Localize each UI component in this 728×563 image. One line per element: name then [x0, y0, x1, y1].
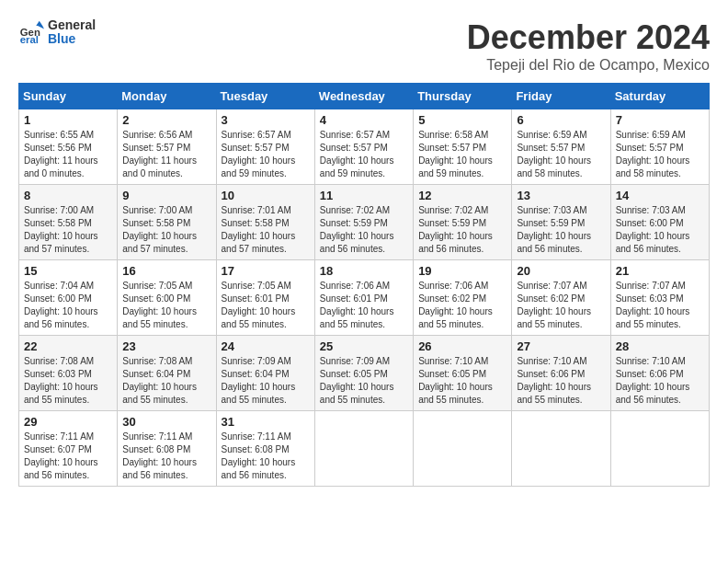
day-info: Sunrise: 6:57 AMSunset: 5:57 PMDaylight:… [222, 129, 310, 180]
day-info: Sunrise: 7:11 AMSunset: 6:08 PMDaylight:… [122, 431, 210, 482]
calendar-cell: 4Sunrise: 6:57 AMSunset: 5:57 PMDaylight… [314, 109, 413, 185]
svg-marker-2 [36, 21, 42, 26]
day-number: 12 [418, 189, 506, 202]
day-number: 1 [24, 113, 112, 127]
day-info: Sunrise: 6:56 AMSunset: 5:57 PMDaylight:… [122, 129, 210, 180]
day-info: Sunrise: 7:08 AMSunset: 6:04 PMDaylight:… [122, 355, 210, 407]
day-number: 23 [122, 339, 210, 353]
logo-general: General [48, 18, 96, 32]
location: Tepeji del Rio de Ocampo, Mexico [467, 57, 710, 74]
logo: Gen eral General Blue [18, 18, 96, 47]
day-info: Sunrise: 6:59 AMSunset: 5:57 PMDaylight:… [517, 129, 605, 180]
day-info: Sunrise: 7:10 AMSunset: 6:06 PMDaylight:… [616, 355, 704, 407]
calendar-cell: 30Sunrise: 7:11 AMSunset: 6:08 PMDayligh… [118, 411, 216, 487]
day-info: Sunrise: 7:03 AMSunset: 6:00 PMDaylight:… [616, 204, 704, 256]
calendar-cell: 18Sunrise: 7:06 AMSunset: 6:01 PMDayligh… [314, 260, 413, 336]
calendar-cell: 24Sunrise: 7:09 AMSunset: 6:04 PMDayligh… [216, 336, 314, 411]
svg-text:eral: eral [20, 35, 39, 46]
calendar-cell [610, 411, 709, 487]
calendar-week-5: 29Sunrise: 7:11 AMSunset: 6:07 PMDayligh… [19, 411, 710, 487]
day-number: 30 [122, 415, 210, 429]
day-info: Sunrise: 7:03 AMSunset: 5:59 PMDaylight:… [517, 204, 605, 256]
weekday-header-thursday: Thursday [414, 84, 512, 109]
day-number: 14 [616, 189, 704, 202]
calendar-cell: 31Sunrise: 7:11 AMSunset: 6:08 PMDayligh… [216, 411, 314, 487]
weekday-header-friday: Friday [512, 84, 610, 109]
calendar-cell: 14Sunrise: 7:03 AMSunset: 6:00 PMDayligh… [610, 185, 709, 260]
day-number: 21 [616, 264, 704, 278]
calendar-cell [512, 411, 610, 487]
day-number: 24 [222, 339, 310, 353]
day-info: Sunrise: 6:59 AMSunset: 5:57 PMDaylight:… [616, 129, 704, 180]
day-number: 16 [122, 264, 210, 278]
day-number: 26 [418, 339, 506, 353]
day-info: Sunrise: 6:57 AMSunset: 5:57 PMDaylight:… [320, 129, 408, 180]
day-number: 4 [320, 113, 408, 127]
calendar-cell: 16Sunrise: 7:05 AMSunset: 6:00 PMDayligh… [118, 260, 216, 336]
logo-blue: Blue [48, 32, 96, 46]
calendar-cell: 13Sunrise: 7:03 AMSunset: 5:59 PMDayligh… [512, 185, 610, 260]
day-info: Sunrise: 6:58 AMSunset: 5:57 PMDaylight:… [418, 129, 506, 180]
calendar-cell: 3Sunrise: 6:57 AMSunset: 5:57 PMDaylight… [216, 109, 314, 185]
day-number: 22 [24, 339, 112, 353]
day-number: 2 [122, 113, 210, 127]
day-number: 29 [24, 415, 112, 429]
day-number: 13 [517, 189, 605, 202]
calendar-cell: 25Sunrise: 7:09 AMSunset: 6:05 PMDayligh… [314, 336, 413, 411]
calendar-cell: 17Sunrise: 7:05 AMSunset: 6:01 PMDayligh… [216, 260, 314, 336]
day-info: Sunrise: 7:04 AMSunset: 6:00 PMDaylight:… [24, 280, 112, 331]
calendar-cell: 27Sunrise: 7:10 AMSunset: 6:06 PMDayligh… [512, 336, 610, 411]
calendar-cell [314, 411, 413, 487]
day-info: Sunrise: 7:00 AMSunset: 5:58 PMDaylight:… [24, 204, 112, 256]
calendar-cell: 11Sunrise: 7:02 AMSunset: 5:59 PMDayligh… [314, 185, 413, 260]
calendar-body: 1Sunrise: 6:55 AMSunset: 5:56 PMDaylight… [19, 109, 710, 487]
day-info: Sunrise: 7:11 AMSunset: 6:08 PMDaylight:… [222, 431, 310, 482]
day-number: 8 [24, 189, 112, 202]
title-section: December 2024 Tepeji del Rio de Ocampo, … [467, 18, 710, 74]
day-number: 5 [418, 113, 506, 127]
day-info: Sunrise: 7:00 AMSunset: 5:58 PMDaylight:… [122, 204, 210, 256]
logo-text: General Blue [48, 18, 96, 47]
page-header: Gen eral General Blue December 2024 Tepe… [18, 18, 710, 74]
calendar-cell: 28Sunrise: 7:10 AMSunset: 6:06 PMDayligh… [610, 336, 709, 411]
day-number: 27 [517, 339, 605, 353]
day-number: 6 [517, 113, 605, 127]
calendar-cell: 1Sunrise: 6:55 AMSunset: 5:56 PMDaylight… [19, 109, 118, 185]
calendar-header: SundayMondayTuesdayWednesdayThursdayFrid… [19, 84, 710, 109]
weekday-header-tuesday: Tuesday [216, 84, 314, 109]
month-title: December 2024 [467, 18, 710, 57]
weekday-header-wednesday: Wednesday [314, 84, 413, 109]
day-info: Sunrise: 7:10 AMSunset: 6:06 PMDaylight:… [517, 355, 605, 407]
weekday-header-monday: Monday [118, 84, 216, 109]
day-info: Sunrise: 7:11 AMSunset: 6:07 PMDaylight:… [24, 431, 112, 482]
day-number: 19 [418, 264, 506, 278]
calendar-cell: 12Sunrise: 7:02 AMSunset: 5:59 PMDayligh… [414, 185, 512, 260]
day-info: Sunrise: 7:10 AMSunset: 6:05 PMDaylight:… [418, 355, 506, 407]
day-number: 11 [320, 189, 408, 202]
calendar-cell: 2Sunrise: 6:56 AMSunset: 5:57 PMDaylight… [118, 109, 216, 185]
day-number: 18 [320, 264, 408, 278]
calendar-cell: 5Sunrise: 6:58 AMSunset: 5:57 PMDaylight… [414, 109, 512, 185]
day-info: Sunrise: 7:05 AMSunset: 6:00 PMDaylight:… [122, 280, 210, 331]
day-number: 10 [222, 189, 310, 202]
day-info: Sunrise: 7:08 AMSunset: 6:03 PMDaylight:… [24, 355, 112, 407]
calendar-week-1: 1Sunrise: 6:55 AMSunset: 5:56 PMDaylight… [19, 109, 710, 185]
day-info: Sunrise: 7:02 AMSunset: 5:59 PMDaylight:… [320, 204, 408, 256]
day-info: Sunrise: 7:07 AMSunset: 6:03 PMDaylight:… [616, 280, 704, 331]
weekday-header-sunday: Sunday [19, 84, 118, 109]
calendar-table: SundayMondayTuesdayWednesdayThursdayFrid… [18, 83, 710, 487]
day-info: Sunrise: 7:09 AMSunset: 6:05 PMDaylight:… [320, 355, 408, 407]
day-info: Sunrise: 7:02 AMSunset: 5:59 PMDaylight:… [418, 204, 506, 256]
calendar-cell: 8Sunrise: 7:00 AMSunset: 5:58 PMDaylight… [19, 185, 118, 260]
calendar-week-4: 22Sunrise: 7:08 AMSunset: 6:03 PMDayligh… [19, 336, 710, 411]
calendar-cell: 26Sunrise: 7:10 AMSunset: 6:05 PMDayligh… [414, 336, 512, 411]
day-info: Sunrise: 7:06 AMSunset: 6:01 PMDaylight:… [320, 280, 408, 331]
calendar-cell: 29Sunrise: 7:11 AMSunset: 6:07 PMDayligh… [19, 411, 118, 487]
calendar-cell [414, 411, 512, 487]
day-info: Sunrise: 7:07 AMSunset: 6:02 PMDaylight:… [517, 280, 605, 331]
day-number: 31 [222, 415, 310, 429]
day-info: Sunrise: 6:55 AMSunset: 5:56 PMDaylight:… [24, 129, 112, 180]
logo-icon: Gen eral [18, 19, 44, 45]
day-number: 20 [517, 264, 605, 278]
day-number: 3 [222, 113, 310, 127]
